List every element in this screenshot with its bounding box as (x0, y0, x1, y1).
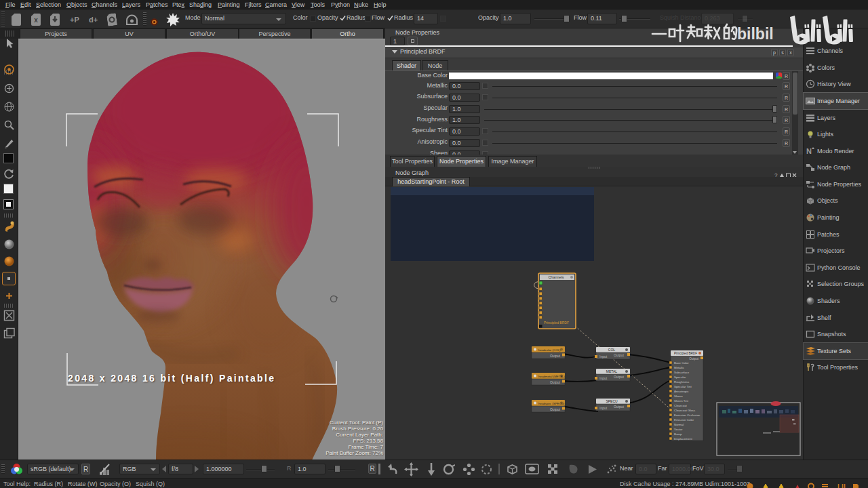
svg-text:Clearcoat Gloss: Clearcoat Gloss (674, 409, 696, 412)
svg-text:Principled BRDF: Principled BRDF (674, 352, 697, 355)
svg-text:Principled BRDF: Principled BRDF (544, 321, 569, 325)
svg-text:Sheen: Sheen (674, 394, 683, 398)
svg-text:bilbil: bilbil (737, 25, 774, 43)
svg-text:LII: LII (837, 483, 846, 488)
svg-text:Output: Output (550, 380, 561, 384)
svg-text:N: N (806, 147, 812, 155)
svg-text:Specular: Specular (674, 375, 686, 379)
svg-text:Bump: Bump (674, 432, 682, 436)
svg-text:Clearcoat: Clearcoat (674, 404, 688, 407)
svg-text:Emissive Color: Emissive Color (674, 418, 694, 422)
svg-text:Input: Input (599, 354, 608, 359)
svg-text:Metallic: Metallic (674, 366, 685, 369)
svg-text:Anisotropic: Anisotropic (674, 390, 690, 393)
svg-text:Input: Input (599, 406, 608, 410)
svg-text:Output: Output (614, 353, 625, 357)
svg-text:Roughness: Roughness (674, 380, 690, 384)
svg-text:headcolor (COL): headcolor (COL) (538, 348, 561, 352)
svg-text:Subsurface: Subsurface (674, 371, 690, 374)
svg-text:Emission Occlusion: Emission Occlusion (674, 413, 701, 417)
svg-text:METAL: METAL (606, 369, 618, 373)
svg-text:Input: Input (599, 376, 608, 380)
svg-text:Channels: Channels (548, 275, 564, 279)
svg-text:Output: Output (614, 375, 625, 379)
svg-text:Output: Output (550, 354, 561, 358)
svg-text:SPECU: SPECU (606, 399, 618, 403)
svg-text:Output: Output (550, 407, 561, 411)
svg-text:Base Color: Base Color (674, 361, 689, 365)
svg-text:Output: Output (614, 405, 625, 409)
svg-text:Displacement: Displacement (674, 437, 692, 441)
svg-text:Vector: Vector (674, 428, 683, 431)
svg-text:Specular Tint: Specular Tint (674, 385, 692, 388)
svg-text:Sheen Tint: Sheen Tint (674, 399, 689, 403)
svg-text:COL: COL (608, 348, 616, 352)
svg-text:Normal: Normal (674, 423, 684, 426)
svg-text:Output: Output (689, 357, 699, 361)
